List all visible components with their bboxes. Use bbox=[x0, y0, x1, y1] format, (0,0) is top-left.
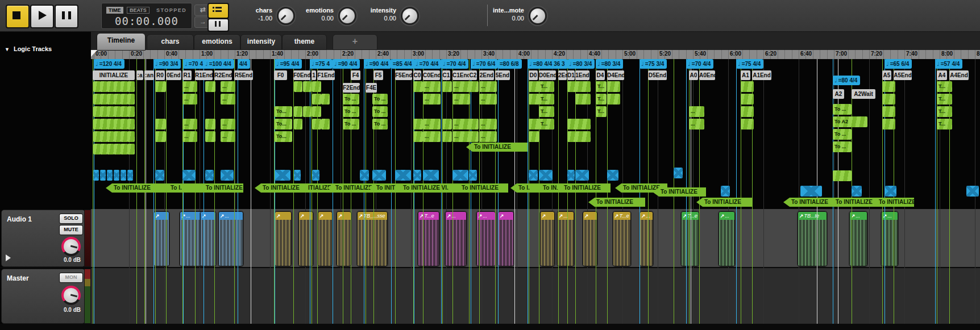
transition-marker[interactable]: To INITIALIZE bbox=[653, 187, 706, 197]
transition-region-cell[interactable]: ... bbox=[182, 94, 197, 105]
tempo-marker[interactable]: ♩=90 4/4 bbox=[364, 59, 391, 69]
transition-region-cell[interactable] bbox=[529, 81, 539, 92]
transition-region-cell[interactable] bbox=[741, 94, 754, 105]
audio-clip[interactable]: ↗... bbox=[640, 211, 653, 266]
tempo-marker[interactable]: ♩=90 4/4 bbox=[333, 59, 360, 69]
transition-region-cell[interactable]: ... bbox=[479, 131, 497, 142]
loop-region-cell[interactable] bbox=[205, 170, 214, 181]
destination-marker[interactable]: F1End bbox=[317, 70, 335, 80]
transition-region-cell[interactable]: ... bbox=[452, 131, 470, 142]
transition-marker[interactable]: To INITIALIZE bbox=[588, 198, 645, 207]
tempo-marker[interactable]: =85 4/4 bbox=[391, 59, 415, 69]
transition-region-cell[interactable]: ... bbox=[423, 131, 441, 142]
transition-region-cell[interactable] bbox=[127, 144, 135, 154]
audio-clip[interactable]: ↗T...e bbox=[418, 211, 439, 266]
transition-region-cell[interactable]: ... bbox=[479, 81, 497, 92]
destination-marker[interactable]: F5 bbox=[373, 70, 383, 80]
destination-marker[interactable]: C0End bbox=[423, 70, 440, 80]
tempo-marker[interactable]: ♩=100 4/4 bbox=[204, 59, 234, 69]
tempo-marker[interactable]: ♩=70 6/4 bbox=[471, 59, 498, 69]
transition-region-cell[interactable] bbox=[575, 94, 591, 105]
beats-mode-button[interactable]: BEATS bbox=[127, 7, 150, 14]
audio-clip[interactable]: ↗... bbox=[218, 211, 243, 266]
transition-region-cell[interactable]: T... bbox=[937, 94, 952, 105]
transition-region-cell[interactable]: ... bbox=[182, 131, 197, 142]
destination-marker[interactable]: A2 bbox=[833, 89, 844, 99]
loop-region-cell[interactable] bbox=[121, 170, 126, 181]
destination-marker[interactable]: R2End bbox=[214, 70, 232, 80]
transition-region-cell[interactable]: T... bbox=[596, 106, 607, 117]
transition-region-cell[interactable] bbox=[741, 106, 754, 117]
destination-marker[interactable]: R1End bbox=[195, 70, 213, 80]
loop-region-cell[interactable] bbox=[100, 170, 106, 181]
transition-marker[interactable]: To INITIALIZE bbox=[871, 198, 914, 207]
transition-region-cell[interactable] bbox=[127, 119, 135, 130]
destination-marker[interactable]: 2Er bbox=[558, 70, 567, 80]
transition-region-cell[interactable]: ... bbox=[423, 119, 441, 130]
destination-marker[interactable]: :a bbox=[136, 70, 143, 80]
destination-marker[interactable]: F5End bbox=[395, 70, 412, 80]
tab-chars[interactable]: chars bbox=[147, 34, 194, 50]
transition-region-cell[interactable] bbox=[312, 106, 321, 117]
loop-region-cell[interactable] bbox=[800, 186, 822, 197]
destination-marker[interactable]: A4 bbox=[937, 70, 947, 80]
transition-region-cell[interactable]: To ... bbox=[372, 106, 388, 117]
destination-marker[interactable]: D4End bbox=[607, 70, 624, 80]
transition-region-cell[interactable] bbox=[294, 81, 302, 92]
audio-clip[interactable]: ↗ bbox=[337, 211, 351, 266]
transition-region-cell[interactable] bbox=[882, 81, 895, 92]
tempo-marker[interactable]: ♩=70 4/4 bbox=[686, 59, 713, 69]
tempo-marker[interactable]: ♩=120 4/4 bbox=[94, 59, 124, 69]
transition-region-cell[interactable]: ... bbox=[479, 94, 497, 105]
solo-button[interactable]: SOLO bbox=[59, 214, 83, 224]
transition-region-cell[interactable] bbox=[575, 131, 591, 142]
transition-marker[interactable]: To INITIALIZE bbox=[454, 183, 508, 193]
mute-button[interactable]: MUTE bbox=[59, 225, 83, 235]
tempo-marker[interactable]: ♩=90 3/4 bbox=[153, 59, 181, 69]
volume-knob[interactable] bbox=[61, 237, 81, 256]
tab-intensity[interactable]: intensity bbox=[240, 34, 282, 50]
destination-marker[interactable]: D0 bbox=[529, 70, 538, 80]
loop-region-cell[interactable] bbox=[294, 170, 301, 181]
tempo-marker[interactable]: ♩=80 4/4 36 3 bbox=[528, 59, 568, 69]
audio-clip[interactable]: ↗T...e bbox=[613, 211, 631, 266]
destination-marker[interactable]: D1 bbox=[567, 70, 575, 80]
transition-region-cell[interactable] bbox=[303, 106, 312, 117]
loop-region-cell[interactable] bbox=[155, 170, 164, 181]
transition-region-cell[interactable] bbox=[294, 106, 302, 117]
tempo-marker[interactable]: ♩=95 4/4 bbox=[275, 59, 302, 69]
transition-region-cell[interactable]: To ... bbox=[372, 119, 388, 130]
loop-region-cell[interactable] bbox=[360, 170, 369, 181]
audio-clip[interactable]: ↗ bbox=[540, 211, 555, 266]
transition-region-cell[interactable]: To ... bbox=[372, 94, 388, 105]
play-button[interactable] bbox=[30, 5, 54, 28]
loop-region-cell[interactable] bbox=[539, 170, 553, 181]
loop-region-cell[interactable] bbox=[452, 170, 468, 181]
transition-region-cell[interactable] bbox=[529, 94, 539, 105]
audio-clip[interactable]: ↗ bbox=[498, 211, 514, 266]
transition-region-cell[interactable]: ... bbox=[221, 94, 235, 105]
transition-region-cell[interactable] bbox=[303, 81, 312, 92]
transition-region-cell[interactable] bbox=[469, 131, 479, 142]
audio-clip[interactable]: ↗... bbox=[881, 211, 898, 266]
destination-marker[interactable]: A1End bbox=[752, 70, 771, 80]
stop-button[interactable] bbox=[6, 5, 30, 28]
transition-region-cell[interactable] bbox=[882, 94, 895, 105]
destination-marker[interactable]: A2Wait bbox=[852, 89, 875, 99]
transition-region-cell[interactable]: T... bbox=[937, 81, 952, 92]
transition-marker[interactable]: To INITIALIZE bbox=[106, 183, 172, 193]
loop-region-cell[interactable] bbox=[469, 170, 477, 181]
transition-region-cell[interactable]: To... bbox=[275, 131, 292, 142]
loop-region-cell[interactable] bbox=[423, 170, 439, 181]
loop-region-cell[interactable] bbox=[372, 170, 386, 181]
transition-region-cell[interactable] bbox=[882, 119, 895, 130]
destination-marker[interactable]: A0End bbox=[699, 70, 715, 80]
transition-region-cell[interactable] bbox=[833, 170, 852, 181]
transition-region-cell[interactable]: ... bbox=[182, 81, 197, 92]
destination-marker[interactable]: F4 bbox=[351, 70, 360, 80]
destination-marker[interactable]: INITIALIZE bbox=[93, 70, 135, 80]
logic-tracks-header[interactable]: ▼Logic Tracks bbox=[5, 45, 52, 52]
transition-region-cell[interactable] bbox=[205, 131, 215, 142]
loop-region-cell[interactable] bbox=[275, 170, 290, 181]
transition-region-cell[interactable]: ... bbox=[689, 106, 704, 117]
